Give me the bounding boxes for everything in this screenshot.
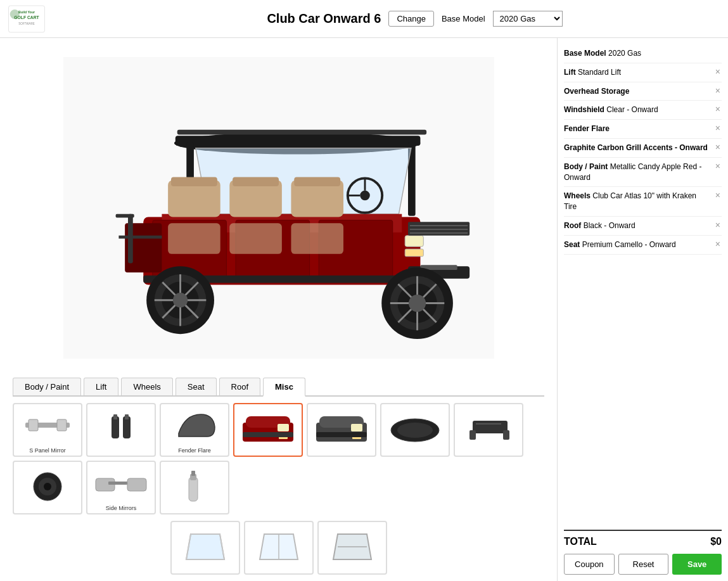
accessory-s-panel-mirror[interactable]: S Panel Mirror	[13, 403, 82, 457]
accessory-windshield-c[interactable]	[317, 521, 387, 575]
accessory-item-10-label	[193, 507, 196, 509]
save-button[interactable]: Save	[672, 554, 722, 575]
accessory-item-4[interactable]	[233, 403, 303, 457]
remove-overhead-storage-button[interactable]: ×	[714, 86, 722, 95]
remove-body-paint-button[interactable]: ×	[714, 162, 722, 170]
accessory-item-6[interactable]	[380, 403, 450, 457]
accessory-item-10[interactable]	[160, 461, 229, 514]
accessory-fender-flare[interactable]: Fender Flare	[160, 403, 229, 457]
item-label-lift: Lift	[564, 68, 576, 77]
reset-button[interactable]: Reset	[618, 554, 669, 575]
svg-rect-7	[175, 136, 420, 146]
action-buttons: Coupon Reset Save	[564, 554, 722, 575]
tab-body-paint[interactable]: Body / Paint	[13, 378, 81, 395]
accessory-fender-flare-label: Fender Flare	[177, 446, 212, 455]
item-label-windshield: Windshield	[564, 105, 604, 114]
left-panel: CluCar	[0, 38, 557, 581]
item-label-seat: Seat	[564, 240, 580, 249]
item-value-base-model: 2020 Gas	[608, 49, 641, 58]
base-model-select[interactable]: 2020 Gas 2020 Electric 2021 Gas 2021 Ele…	[493, 11, 563, 27]
summary-item-lift: Lift Standard Lift ×	[564, 63, 722, 82]
total-value: $0	[710, 536, 722, 547]
main-content: CluCar	[0, 38, 728, 581]
remove-roof-button[interactable]: ×	[714, 220, 722, 229]
remove-seat-button[interactable]: ×	[714, 239, 722, 248]
item-value-seat: Premium Camello - Onward	[582, 240, 676, 249]
accessory-item-5-label	[340, 449, 343, 452]
tab-misc[interactable]: Misc	[263, 378, 305, 397]
tab-roof[interactable]: Roof	[219, 378, 260, 395]
summary-item-wheels: Wheels Club Car Atlas 10" with Kraken Ti…	[564, 187, 722, 217]
tab-wheels[interactable]: Wheels	[121, 378, 172, 395]
svg-text:SOFTWARE: SOFTWARE	[18, 22, 34, 25]
logo-icon: Build Your GOLF CART SOFTWARE	[8, 3, 46, 35]
svg-rect-62	[29, 419, 38, 431]
tabs-row: Body / Paint Lift Wheels Seat Roof Misc	[13, 378, 544, 397]
accessory-item-6-label	[414, 449, 416, 452]
remove-fender-flare-button[interactable]: ×	[714, 124, 722, 132]
change-button[interactable]: Change	[388, 11, 434, 27]
accessory-item-5[interactable]	[307, 403, 376, 457]
total-section: TOTAL $0 Coupon Reset Save	[564, 530, 722, 575]
svg-rect-81	[469, 430, 476, 440]
tab-seat[interactable]: Seat	[176, 378, 217, 395]
accessory-windshield-a[interactable]	[170, 521, 240, 575]
remove-lift-button[interactable]: ×	[714, 67, 722, 76]
accessory-item-2[interactable]	[86, 403, 156, 457]
item-value-roof: Black - Onward	[584, 221, 635, 230]
summary-item-base-model: Base Model 2020 Gas	[564, 44, 722, 63]
page-title: Club Car Onward 6	[267, 11, 381, 26]
item-value-windshield: Clear - Onward	[606, 105, 658, 114]
svg-rect-25	[294, 177, 340, 186]
accessory-item-2-label	[120, 449, 122, 452]
svg-point-86	[44, 483, 51, 490]
summary-item-body-paint: Body / Paint Metallic Candy Apple Red - …	[564, 158, 722, 188]
cart-illustration: CluCar	[63, 53, 494, 363]
summary-item-roof: Roof Black - Onward ×	[564, 217, 722, 236]
svg-rect-23	[233, 177, 279, 186]
accessories-grid: S Panel Mirror	[6, 397, 551, 521]
remove-windshield-button[interactable]: ×	[714, 105, 722, 113]
accessory-item-7-label	[487, 449, 490, 452]
svg-rect-54	[128, 214, 133, 264]
cart-image-area: CluCar	[51, 44, 507, 371]
svg-rect-26	[168, 223, 220, 254]
coupon-button[interactable]: Coupon	[564, 554, 615, 575]
summary-item-overhead-storage: Overhead Storage ×	[564, 82, 722, 101]
summary-item-fender-flare: Fender Flare ×	[564, 120, 722, 139]
svg-rect-70	[278, 424, 289, 431]
accessory-item-7[interactable]	[454, 403, 523, 457]
right-panel: Base Model 2020 Gas Lift Standard Lift ×…	[557, 38, 728, 581]
accessory-s-panel-mirror-label: S Panel Mirror	[28, 446, 67, 455]
tabs-section: Body / Paint Lift Wheels Seat Roof Misc	[6, 371, 551, 397]
svg-rect-65	[113, 414, 117, 419]
svg-point-45	[172, 293, 187, 307]
tab-lift[interactable]: Lift	[84, 378, 118, 395]
remove-graphite-button[interactable]: ×	[714, 143, 722, 151]
header: Build Your GOLF CART SOFTWARE Club Car O…	[0, 0, 728, 38]
svg-rect-27	[229, 223, 282, 254]
accessory-windshield-b[interactable]	[244, 521, 314, 575]
svg-rect-64	[112, 416, 119, 438]
accessories-second-row	[164, 521, 393, 575]
svg-rect-92	[191, 471, 195, 476]
summary-item-graphite: Graphite Carbon Grill Accents - Onward ×	[564, 139, 722, 158]
svg-text:Build Your: Build Your	[18, 10, 35, 14]
accessory-side-mirrors[interactable]: Side Mirrors	[86, 461, 156, 514]
accessory-item-8[interactable]	[13, 461, 82, 514]
item-value-lift: Standard Lift	[578, 68, 621, 77]
total-label: TOTAL	[564, 536, 597, 547]
summary-item-windshield: Windshield Clear - Onward ×	[564, 101, 722, 120]
svg-rect-34	[405, 249, 423, 257]
accessory-windshield-a-label	[204, 567, 207, 570]
accessory-s-panel-mirror-image	[14, 405, 81, 446]
svg-rect-55	[115, 214, 134, 218]
svg-rect-63	[57, 419, 67, 431]
svg-rect-72	[243, 432, 293, 437]
item-label-wheels: Wheels	[564, 191, 591, 200]
remove-wheels-button[interactable]: ×	[714, 191, 722, 200]
svg-point-30	[360, 191, 370, 201]
svg-rect-80	[473, 421, 508, 433]
svg-rect-67	[125, 414, 129, 419]
svg-point-53	[408, 295, 425, 312]
